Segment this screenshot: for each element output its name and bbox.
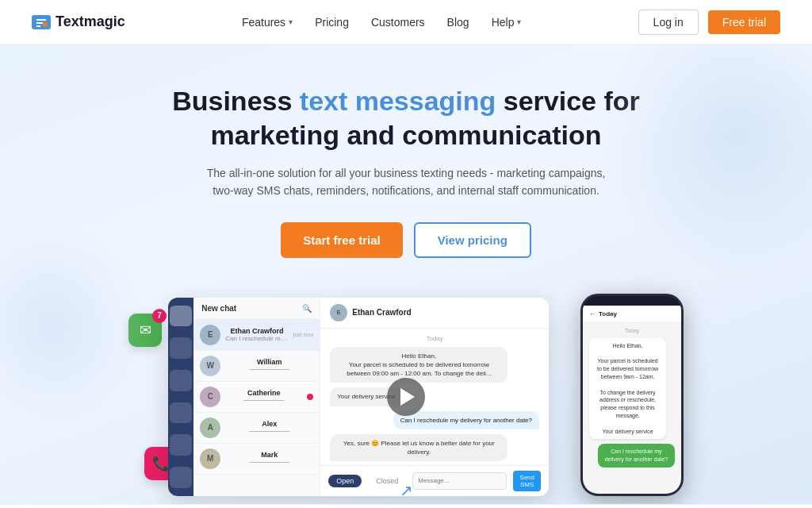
last-message: ───────── bbox=[225, 366, 313, 373]
hero-subtitle: The all-in-one solution for all your bus… bbox=[200, 164, 612, 200]
nav-item-blog[interactable]: Blog bbox=[447, 16, 469, 29]
avatar: A bbox=[200, 418, 220, 438]
send-sms-button[interactable]: Send SMS bbox=[513, 471, 541, 491]
date-label: Today bbox=[589, 328, 675, 333]
message-bubble: Yes, sure 😊 Please let us know a better … bbox=[330, 434, 508, 461]
chat-footer: Open Closed Send SMS bbox=[320, 465, 549, 496]
phone-chat-name: Today bbox=[599, 310, 617, 318]
svg-point-0 bbox=[43, 22, 48, 27]
contact-name: Catherine bbox=[225, 389, 302, 397]
avatar: E bbox=[200, 325, 220, 345]
phone-header: ← Today bbox=[583, 306, 681, 323]
nav-item-help[interactable]: Help ▾ bbox=[492, 16, 522, 29]
hero-buttons: Start free trial View pricing bbox=[32, 222, 780, 258]
play-video-button[interactable] bbox=[387, 378, 425, 416]
nav-actions: Log in Free trial bbox=[638, 10, 780, 35]
avatar: M bbox=[200, 448, 220, 469]
nav-item-features[interactable]: Features ▾ bbox=[242, 16, 293, 29]
sidebar-nav-item bbox=[170, 306, 192, 327]
app-preview: ✉ 7 📞 📅 New chat bbox=[105, 290, 707, 504]
nav-item-customers[interactable]: Customers bbox=[371, 16, 425, 29]
nav-links: Features ▾ Pricing Customers Blog Help ▾ bbox=[242, 16, 522, 29]
phone-screen: ← Today Today Hello Ethan,Your parcel is… bbox=[583, 306, 681, 494]
chat-item-info: Alex ───────── bbox=[225, 420, 313, 435]
login-button[interactable]: Log in bbox=[638, 10, 699, 35]
phone-notch bbox=[612, 296, 652, 306]
message-bubble: Can I reschedule my delivery for another… bbox=[393, 411, 539, 429]
start-free-trial-button[interactable]: Start free trial bbox=[281, 222, 403, 258]
chat-header: E Ethan Crawford bbox=[320, 298, 549, 329]
hero-section: Business text messaging service for mark… bbox=[0, 44, 812, 504]
logo-text: Textmagic bbox=[56, 13, 125, 30]
message-input[interactable] bbox=[412, 472, 507, 490]
logo[interactable]: Textmagic bbox=[32, 13, 125, 30]
nav-item-pricing[interactable]: Pricing bbox=[315, 16, 349, 29]
message-bubble: Hello Ethan,Your parcel is scheduled to … bbox=[589, 338, 666, 440]
message-bubble: Hello Ethan,Your parcel is scheduled to … bbox=[330, 347, 508, 383]
avatar: E bbox=[330, 304, 347, 321]
email-float-icon: ✉ 7 bbox=[128, 314, 162, 347]
back-icon: ← bbox=[589, 310, 596, 318]
contact-name: Alex bbox=[225, 420, 313, 428]
phone-icon: 📞 bbox=[152, 455, 170, 472]
chat-list-item[interactable]: E Ethan Crawford Can I reschedule my del… bbox=[193, 320, 320, 351]
cursor-indicator: ↗ bbox=[400, 481, 413, 500]
navigation: Textmagic Features ▾ Pricing Customers B… bbox=[0, 0, 812, 44]
chat-list-header: New chat 🔍 bbox=[193, 298, 320, 320]
unread-indicator bbox=[307, 394, 313, 400]
view-pricing-button[interactable]: View pricing bbox=[414, 222, 531, 258]
chat-sidebar bbox=[168, 298, 193, 496]
chat-main: E Ethan Crawford Today Hello Ethan,Your … bbox=[320, 298, 549, 496]
contact-name: Ethan Crawford bbox=[225, 327, 288, 335]
phone-messages: Today Hello Ethan,Your parcel is schedul… bbox=[583, 323, 681, 472]
sidebar-nav-item bbox=[170, 402, 192, 424]
tab-open[interactable]: Open bbox=[328, 475, 362, 487]
chat-item-info: Mark ───────── bbox=[225, 451, 313, 466]
free-trial-button[interactable]: Free trial bbox=[708, 10, 780, 34]
last-message: Can I reschedule my delivery... bbox=[225, 335, 288, 342]
message-bubble: Can I reschedule my delivery for another… bbox=[598, 444, 675, 468]
sidebar-nav-item bbox=[170, 434, 192, 456]
notification-badge: 7 bbox=[152, 309, 167, 323]
play-icon bbox=[400, 388, 415, 406]
sidebar-nav-item bbox=[170, 467, 192, 488]
last-message: ───────── bbox=[225, 428, 313, 435]
hero-title: Business text messaging service for mark… bbox=[152, 84, 660, 152]
chat-list-item[interactable]: C Catherine ───────── bbox=[193, 382, 320, 413]
ratings-section: Software Advice🔥 ★ ★ ★ ★ ★ 4.7 out of 5 … bbox=[0, 504, 812, 508]
sidebar-nav-item bbox=[170, 370, 192, 391]
last-message: ───────── bbox=[225, 459, 313, 466]
chat-app-mockup: New chat 🔍 E Ethan Crawford Can I resche… bbox=[168, 298, 549, 496]
chat-list-item[interactable]: M Mark ───────── bbox=[193, 444, 320, 475]
chevron-down-icon: ▾ bbox=[517, 17, 521, 26]
contact-name: Mark bbox=[225, 451, 313, 459]
chat-item-info: Ethan Crawford Can I reschedule my deliv… bbox=[225, 327, 288, 342]
contact-name: William bbox=[225, 358, 313, 366]
phone-mockup: ← Today Today Hello Ethan,Your parcel is… bbox=[580, 294, 684, 496]
avatar: C bbox=[200, 387, 220, 407]
envelope-icon: ✉ bbox=[140, 321, 151, 339]
search-icon[interactable]: 🔍 bbox=[302, 304, 312, 313]
chat-list: New chat 🔍 E Ethan Crawford Can I resche… bbox=[193, 298, 320, 496]
date-label: Today bbox=[330, 335, 539, 342]
chat-messages: Today Hello Ethan,Your parcel is schedul… bbox=[320, 329, 549, 465]
last-message: ───────── bbox=[225, 397, 302, 404]
avatar: W bbox=[200, 356, 220, 376]
sidebar-nav-item bbox=[170, 337, 192, 359]
logo-icon bbox=[32, 15, 51, 29]
message-time: just now bbox=[293, 332, 314, 337]
chat-list-item[interactable]: A Alex ───────── bbox=[193, 413, 320, 444]
chat-list-item[interactable]: W William ───────── bbox=[193, 351, 320, 382]
chat-item-info: William ───────── bbox=[225, 358, 313, 373]
chevron-down-icon: ▾ bbox=[289, 17, 293, 26]
chat-item-info: Catherine ───────── bbox=[225, 389, 302, 404]
